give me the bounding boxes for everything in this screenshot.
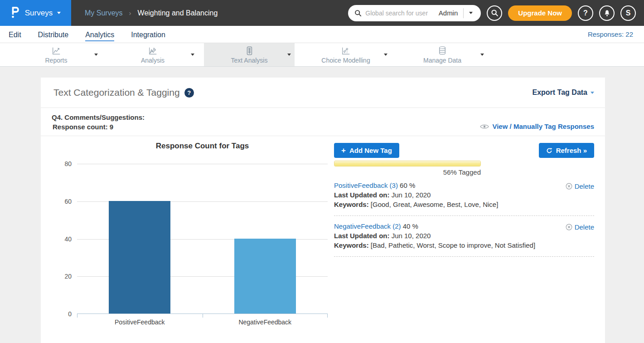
global-search[interactable]: Admin — [348, 5, 481, 21]
product-name: Surveys — [25, 9, 53, 18]
eye-icon — [480, 124, 489, 129]
keywords-label: Keywords: — [334, 241, 369, 249]
help-icon[interactable]: ? — [184, 88, 194, 98]
text-grid-icon — [244, 46, 254, 56]
question-row: Q4. Comments/Suggestions: Response count… — [41, 108, 605, 136]
bell-icon — [604, 10, 610, 17]
y-axis-tick-label: 40 — [52, 235, 72, 243]
database-icon — [437, 46, 447, 56]
toolbar-item-text-analysis[interactable]: Text Analysis — [204, 43, 295, 66]
global-search-input[interactable] — [365, 10, 436, 17]
analytics-toolbar: Reports Analysis Text Analysis Choice Mo… — [0, 43, 644, 67]
delete-tag-button[interactable]: Delete — [566, 181, 594, 191]
page-content: Text Categorization & Tagging ? Export T… — [0, 78, 644, 343]
avatar-initial: S — [626, 9, 631, 17]
tag-panel: + Add New Tag Refresh » 56% Tagged — [334, 143, 594, 257]
card-body: Response Count for Tags 020406080Positiv… — [41, 136, 605, 343]
tag-name-line: NegativeFeedback (2) 40 % — [334, 221, 594, 231]
search-button[interactable] — [487, 5, 502, 21]
toolbar-item-label: Text Analysis — [231, 57, 268, 64]
add-new-tag-button[interactable]: + Add New Tag — [334, 143, 399, 158]
reports-dropdown-caret[interactable] — [94, 54, 98, 56]
avatar[interactable]: S — [620, 5, 636, 21]
text-analysis-dropdown-caret[interactable] — [287, 54, 291, 56]
manage-data-dropdown-caret[interactable] — [480, 54, 484, 56]
search-icon — [354, 10, 362, 17]
chart-title: Response Count for Tags — [77, 142, 328, 151]
delete-label: Delete — [575, 181, 594, 191]
breadcrumb: My Surveys › Weighting and Balancing — [85, 9, 218, 17]
tag-name-line: PositiveFeedback (3) 60 % — [334, 181, 594, 190]
search-scope-dropdown[interactable] — [464, 12, 478, 14]
toolbar-item-manage-data[interactable]: Manage Data — [397, 43, 488, 66]
tag-name-link[interactable]: PositiveFeedback (3) — [334, 181, 398, 189]
choice-modelling-dropdown-caret[interactable] — [384, 54, 387, 56]
brand-menu[interactable]: Surveys — [0, 0, 71, 26]
refresh-button[interactable]: Refresh » — [539, 143, 594, 158]
delete-tag-button[interactable]: Delete — [566, 222, 594, 232]
view-manually-tag-link[interactable]: View / Manually Tag Responses — [480, 122, 594, 130]
multi-line-chart-icon — [148, 46, 158, 56]
scatter-chart-icon — [341, 46, 351, 56]
tag-entry-positive: PositiveFeedback (3) 60 % Last Updated o… — [334, 178, 594, 216]
toolbar-item-label: Manage Data — [423, 57, 461, 64]
tagged-progress-fill — [334, 161, 480, 166]
tab-edit[interactable]: Edit — [9, 28, 21, 41]
survey-nav: Edit Distribute Analytics Integration Re… — [0, 26, 644, 43]
x-axis-tick-label: NegativeFeedback — [203, 318, 328, 326]
delete-label: Delete — [575, 222, 594, 232]
circle-x-icon — [566, 183, 572, 190]
tag-updated-line: Last Updated on: Jun 10, 2020 — [334, 190, 594, 200]
search-scope-label: Admin — [436, 9, 464, 17]
tab-analytics[interactable]: Analytics — [85, 28, 114, 41]
circle-x-icon — [566, 224, 572, 230]
tagged-progress-bar — [334, 161, 481, 167]
y-axis-tick-label: 80 — [52, 160, 72, 167]
response-count-chart: Response Count for Tags 020406080Positiv… — [41, 136, 334, 343]
y-axis-tick-label: 60 — [52, 198, 72, 205]
nav-items: Edit Distribute Analytics Integration — [9, 28, 165, 41]
tag-updated-line: Last Updated on: Jun 10, 2020 — [334, 231, 594, 240]
breadcrumb-parent[interactable]: My Surveys — [85, 9, 123, 17]
tag-keywords-line: Keywords: [Good, Great, Awesome, Best, L… — [334, 200, 594, 209]
chart-bar-NegativeFeedback — [234, 239, 296, 314]
last-updated-value: Jun 10, 2020 — [390, 232, 431, 240]
analysis-dropdown-caret[interactable] — [191, 54, 194, 56]
chart-bar-PositiveFeedback — [109, 201, 170, 314]
upgrade-now-button[interactable]: Upgrade Now — [508, 5, 572, 21]
toolbar-item-analysis[interactable]: Analysis — [107, 43, 198, 66]
view-manually-tag-label: View / Manually Tag Responses — [492, 122, 594, 130]
help-button[interactable]: ? — [578, 5, 593, 21]
x-axis-tick-label: PositiveFeedback — [77, 318, 203, 326]
search-icon — [491, 9, 499, 17]
tab-integration[interactable]: Integration — [131, 28, 165, 41]
keywords-value: [Good, Great, Awesome, Best, Love, Nice] — [369, 201, 499, 208]
breadcrumb-current: Weighting and Balancing — [138, 9, 218, 17]
plus-icon: + — [341, 147, 346, 154]
chart-plot: 020406080PositiveFeedbackNegativeFeedbac… — [77, 164, 328, 314]
responses-count[interactable]: Responses: 22 — [588, 30, 633, 38]
x-axis-tick — [203, 314, 203, 318]
last-updated-label: Last Updated on: — [334, 191, 390, 199]
card-header: Text Categorization & Tagging ? Export T… — [41, 78, 605, 108]
tag-entry-negative: NegativeFeedback (2) 40 % Last Updated o… — [334, 216, 594, 257]
toolbar-item-choice-modelling[interactable]: Choice Modelling — [300, 43, 391, 66]
tag-name-link[interactable]: NegativeFeedback (2) — [334, 222, 401, 230]
export-tag-data-button[interactable]: Export Tag Data — [533, 88, 595, 97]
last-updated-label: Last Updated on: — [334, 232, 390, 240]
notifications-button[interactable] — [599, 5, 615, 21]
keywords-value: [Bad, Pathetic, Worst, Scope to improve,… — [369, 241, 535, 249]
tagged-progress-label: 56% Tagged — [334, 168, 481, 176]
chevron-down-icon — [591, 92, 594, 94]
export-tag-data-label: Export Tag Data — [533, 88, 588, 97]
refresh-icon — [546, 147, 552, 154]
y-axis-tick-label: 20 — [52, 273, 72, 280]
questionpro-logo-icon — [10, 6, 20, 20]
tab-distribute[interactable]: Distribute — [38, 28, 69, 41]
toolbar-item-label: Choice Modelling — [321, 57, 370, 64]
x-axis-tick — [327, 314, 328, 318]
toolbar-item-reports[interactable]: Reports — [11, 43, 102, 66]
chevron-down-icon — [469, 12, 473, 14]
tag-percent: 40 % — [403, 222, 418, 230]
page-title: Text Categorization & Tagging — [53, 87, 180, 98]
